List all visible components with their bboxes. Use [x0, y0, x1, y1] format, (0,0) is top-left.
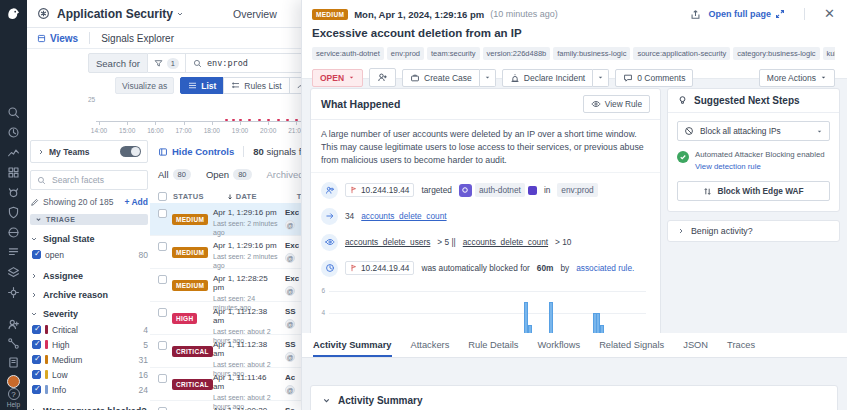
assign-user-button[interactable] — [369, 68, 396, 87]
add-facet-button[interactable]: + Add — [124, 197, 148, 207]
rail-item-dashboards[interactable] — [7, 146, 20, 159]
panel-tab-workflows[interactable]: Workflows — [537, 340, 580, 357]
signal-row[interactable]: MEDIUMApr 1, 12:28:25 pmLast seen: 24 mi… — [150, 269, 301, 302]
facet-value-high[interactable]: High5 — [30, 337, 148, 352]
facet-value-medium[interactable]: Medium31 — [30, 352, 148, 367]
panel-tab-rule-details[interactable]: Rule Details — [468, 340, 518, 357]
panel-tab-related-signals[interactable]: Related Signals — [599, 340, 664, 357]
list-tab-open[interactable]: Open80 — [206, 169, 252, 180]
facet-group-triage[interactable]: TRIAGE — [30, 214, 148, 225]
rail-item-integrations[interactable] — [7, 266, 20, 279]
open-full-page-button[interactable]: Open full page — [709, 9, 786, 19]
rail-item-search[interactable] — [7, 106, 20, 119]
rail-item-infrastructure[interactable] — [7, 166, 20, 179]
facet-value-critical[interactable]: Critical4 — [30, 322, 148, 337]
panel-tab-traces[interactable]: Traces — [727, 340, 755, 357]
metric-name[interactable]: accounts_delete_users — [345, 237, 430, 247]
signal-row[interactable]: MEDIUMApr 1, 1:29:16 pmLast seen: 2 minu… — [150, 203, 301, 236]
metric-name[interactable]: accounts_delete_count — [463, 237, 548, 247]
checkbox-checked[interactable] — [32, 325, 41, 334]
checkbox-checked[interactable] — [32, 355, 41, 364]
create-case-caret[interactable] — [480, 69, 496, 87]
declare-incident-button[interactable]: Declare Incident — [502, 69, 593, 87]
explorer-timeline-chart[interactable]: 25 14:0015:0016:0017:0018:0019:0020:0021… — [88, 94, 300, 134]
row-checkbox[interactable] — [158, 374, 167, 383]
env-tag-chip[interactable]: env:prod — [557, 183, 597, 197]
facet-value-low[interactable]: Low16 — [30, 367, 148, 382]
facet-search-input[interactable] — [50, 174, 134, 186]
help-button[interactable]: ? Help — [0, 388, 27, 408]
rail-item-settings[interactable] — [7, 286, 20, 299]
signal-tag[interactable]: source:application-security — [633, 47, 730, 60]
ip-chip[interactable]: 10.244.19.44 — [345, 261, 414, 275]
row-checkbox[interactable] — [158, 308, 167, 317]
declare-incident-caret[interactable] — [593, 69, 609, 87]
signal-tag[interactable]: service:auth-dotnet — [312, 47, 384, 60]
checkbox-checked[interactable] — [32, 340, 41, 349]
share-icon[interactable] — [690, 9, 701, 20]
service-chip[interactable]: auth-dotnet — [459, 183, 537, 197]
rail-item-apm[interactable] — [7, 226, 20, 239]
signal-tag[interactable]: team:security — [427, 47, 480, 60]
block-ips-dropdown[interactable]: Block all attacking IPs — [677, 121, 830, 141]
signal-row[interactable]: HIGHApr 1, 11:12:38 amLast seen: about 2… — [150, 302, 301, 335]
viz-option-list[interactable]: List — [180, 77, 224, 94]
facet-value-open[interactable]: open80 — [30, 247, 148, 262]
select-all-checkbox[interactable] — [158, 192, 167, 201]
rail-item-recents[interactable] — [7, 126, 20, 139]
facet-section-archive-reason[interactable]: Archive reason — [30, 290, 148, 300]
associated-rule-link[interactable]: associated rule. — [576, 263, 634, 273]
status-dropdown[interactable]: OPEN — [312, 69, 363, 87]
signal-tag[interactable]: family:business-logic — [553, 47, 630, 60]
row-checkbox[interactable] — [158, 275, 167, 284]
checkbox-checked[interactable] — [32, 385, 41, 394]
rail-item-security[interactable] — [7, 206, 20, 219]
more-actions-button[interactable]: More Actions — [759, 69, 835, 87]
checkbox-checked[interactable] — [32, 370, 41, 379]
rail-item-logs[interactable] — [7, 246, 20, 259]
view-rule-button[interactable]: View Rule — [583, 95, 650, 113]
facet-section-assignee[interactable]: Assignee — [30, 271, 148, 281]
row-checkbox[interactable] — [158, 242, 167, 251]
viz-option-rules-list[interactable]: Rules List — [223, 77, 289, 94]
rail-item-invite-user[interactable] — [7, 318, 20, 331]
hide-controls-button[interactable]: Hide Controls — [158, 146, 234, 157]
rail-item-watchdog[interactable] — [7, 186, 20, 199]
my-teams-switch[interactable] — [120, 146, 141, 157]
signal-tag[interactable]: env:prod — [387, 47, 424, 60]
view-detection-rule-link[interactable]: View detection rule — [695, 162, 825, 173]
chevron-down-icon[interactable] — [176, 10, 184, 18]
signal-row[interactable]: CRITICALApr 1, 11:12:38 amLast seen: abo… — [150, 335, 301, 368]
panel-tab-activity-summary[interactable]: Activity Summary — [313, 340, 392, 357]
tab-overview[interactable]: Overview — [218, 0, 292, 28]
facet-search[interactable] — [30, 170, 148, 190]
user-avatar[interactable] — [7, 375, 20, 388]
facet-value-info[interactable]: Info24 — [30, 382, 148, 397]
facet-section-were-requests-blocked-[interactable]: Were requests blocked? — [30, 406, 148, 410]
metric-link[interactable]: accounts_delete_count — [361, 211, 446, 221]
create-case-button[interactable]: Create Case — [402, 69, 480, 87]
signal-tag[interactable]: category:business-logic — [733, 47, 819, 60]
facet-section-signal-state[interactable]: Signal State — [30, 234, 148, 244]
rail-item-docs[interactable] — [7, 356, 20, 369]
signal-row[interactable]: MEDIUMApr 1, 1:29:16 pmLast seen: 2 minu… — [150, 236, 301, 269]
signal-row[interactable]: CRITICALApr 1, 11:11:46 amLast seen: abo… — [150, 368, 301, 401]
sort-desc-icon[interactable] — [226, 193, 234, 201]
panel-tab-attackers[interactable]: Attackers — [411, 340, 450, 357]
signal-tag[interactable]: kube_node_role.agent — [823, 47, 835, 60]
close-icon[interactable]: ✕ — [824, 9, 835, 19]
views-button[interactable]: Views — [37, 33, 78, 44]
my-teams-toggle-box[interactable]: My Teams — [30, 140, 148, 163]
list-tab-all[interactable]: All80 — [158, 169, 191, 180]
activity-summary-section[interactable]: Activity Summary — [310, 385, 838, 410]
checkbox-checked[interactable] — [32, 250, 41, 259]
block-edge-waf-button[interactable]: Block With Edge WAF — [677, 181, 830, 201]
signal-tag[interactable]: version:226d488b — [483, 47, 551, 60]
row-checkbox[interactable] — [158, 209, 167, 218]
datadog-logo[interactable] — [5, 5, 22, 22]
ip-chip[interactable]: 10.244.19.44 — [345, 183, 414, 197]
facet-section-severity[interactable]: Severity — [30, 309, 148, 319]
comments-button[interactable]: 0 Comments — [615, 69, 693, 87]
filter-segment[interactable]: 1 — [148, 53, 186, 73]
panel-tab-json[interactable]: JSON — [683, 340, 708, 357]
